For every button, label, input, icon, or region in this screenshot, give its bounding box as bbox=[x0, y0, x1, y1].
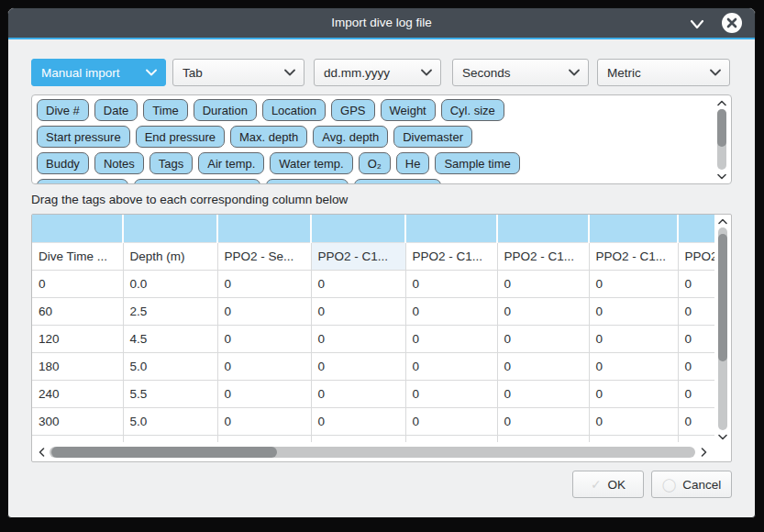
column-header: PPO2 - C1... bbox=[497, 242, 589, 270]
cell: 0 bbox=[311, 297, 405, 325]
tag-he[interactable]: He bbox=[396, 152, 430, 174]
column-header: PPO2 - C1... bbox=[589, 242, 678, 270]
drop-target-cell[interactable] bbox=[123, 215, 217, 242]
tags-vertical-scrollbar[interactable] bbox=[715, 98, 728, 181]
cell: 0 bbox=[217, 325, 311, 352]
tag-sample-depth[interactable]: Sample depth bbox=[37, 179, 128, 184]
tag-o[interactable]: O₂ bbox=[359, 152, 391, 174]
tag-gps[interactable]: GPS bbox=[331, 99, 374, 121]
tag-location[interactable]: Location bbox=[262, 99, 326, 121]
cell: 0 bbox=[311, 270, 405, 297]
tag-tags[interactable]: Tags bbox=[149, 152, 193, 174]
date-format-select[interactable]: dd.mm.yyyy bbox=[314, 59, 441, 86]
tags-rows: Dive #DateTimeDurationLocationGPSWeightC… bbox=[37, 99, 709, 184]
column-header: PPO2 - C1... bbox=[311, 242, 405, 270]
dialog-content: Manual import Tab dd.mm.yyyy Seconds Met… bbox=[8, 39, 755, 498]
cell: 0 bbox=[589, 380, 678, 407]
column-header: PPO2 - C1... bbox=[405, 242, 497, 270]
scroll-right-icon[interactable] bbox=[698, 446, 709, 458]
tag-duration[interactable]: Duration bbox=[194, 99, 257, 121]
units-select[interactable]: Metric bbox=[597, 59, 730, 86]
drop-target-cell[interactable] bbox=[405, 215, 497, 242]
drop-target-cell[interactable] bbox=[311, 215, 405, 242]
scrollbar-thumb[interactable] bbox=[51, 447, 277, 458]
cell bbox=[217, 435, 311, 442]
check-icon: ✓ bbox=[591, 477, 602, 492]
table-row: 1204.5000000 bbox=[32, 325, 714, 352]
cell: 240 bbox=[32, 380, 123, 407]
cell bbox=[589, 435, 678, 442]
table-viewport: Dive Time ...Depth (m)PPO2 - Se...PPO2 -… bbox=[32, 215, 714, 443]
scroll-down-icon[interactable] bbox=[718, 432, 727, 441]
date-format-value: dd.mm.yyyy bbox=[324, 66, 390, 80]
dialog-buttons: ✓OK ◯Cancel bbox=[31, 471, 732, 498]
cell: 0 bbox=[678, 270, 714, 297]
chevron-down-icon[interactable] bbox=[689, 17, 705, 29]
cell: 4.5 bbox=[123, 325, 217, 352]
scroll-left-icon[interactable] bbox=[36, 446, 47, 458]
tag-divemaster[interactable]: Divemaster bbox=[393, 126, 472, 148]
field-separator-select[interactable]: Tab bbox=[172, 59, 304, 86]
table-row: 1805.0000000 bbox=[32, 352, 714, 380]
cancel-label: Cancel bbox=[682, 478, 721, 492]
cell: 0 bbox=[32, 270, 123, 297]
import-preview-table: Dive Time ...Depth (m)PPO2 - Se...PPO2 -… bbox=[31, 214, 732, 462]
drop-target-cell[interactable] bbox=[217, 215, 311, 242]
scroll-down-icon[interactable] bbox=[717, 172, 726, 181]
cell: 0 bbox=[405, 325, 497, 352]
tag-air-temp[interactable]: Air temp. bbox=[198, 152, 264, 174]
tag-sample-po[interactable]: Sample pO₂ bbox=[266, 179, 349, 184]
scrollbar-track[interactable] bbox=[50, 447, 695, 458]
cancel-button[interactable]: ◯Cancel bbox=[651, 471, 732, 498]
cell: 0 bbox=[497, 407, 589, 435]
tag-avg-depth[interactable]: Avg. depth bbox=[313, 126, 388, 148]
cell: 0 bbox=[405, 270, 497, 297]
tag-cyl-size[interactable]: Cyl. size bbox=[441, 99, 504, 121]
tag-date[interactable]: Date bbox=[94, 99, 138, 121]
chevron-down-icon bbox=[146, 69, 157, 76]
tag-start-pressure[interactable]: Start pressure bbox=[37, 126, 130, 148]
table-horizontal-scrollbar[interactable] bbox=[36, 446, 709, 458]
table-vertical-scrollbar[interactable] bbox=[716, 216, 729, 441]
close-button[interactable] bbox=[722, 13, 742, 33]
column-header: PPO2 - C1... bbox=[678, 242, 714, 270]
scrollbar-thumb[interactable] bbox=[718, 234, 727, 361]
cell: 0 bbox=[311, 380, 405, 407]
tag-notes[interactable]: Notes bbox=[94, 152, 144, 174]
cell: 0 bbox=[589, 325, 678, 352]
chevron-down-icon bbox=[710, 69, 721, 76]
scrollbar-track[interactable] bbox=[717, 109, 726, 170]
cell: 0 bbox=[497, 380, 589, 407]
cell bbox=[497, 435, 589, 442]
field-separator-value: Tab bbox=[183, 66, 203, 80]
drag-instruction: Drag the tags above to each correspondin… bbox=[31, 193, 732, 206]
scrollbar-thumb[interactable] bbox=[717, 109, 726, 147]
tag-dive[interactable]: Dive # bbox=[37, 99, 89, 121]
cell: 0 bbox=[678, 325, 714, 352]
duration-format-select[interactable]: Seconds bbox=[452, 59, 589, 86]
scroll-up-icon[interactable] bbox=[718, 216, 727, 226]
tag-row: BuddyNotesTagsAir temp.Water temp.O₂HeSa… bbox=[37, 152, 709, 174]
drop-target-row bbox=[32, 215, 714, 242]
cell: 0 bbox=[217, 297, 311, 325]
drop-target-cell[interactable] bbox=[678, 215, 714, 242]
titlebar[interactable]: Import dive log file bbox=[8, 8, 755, 38]
drop-target-cell[interactable] bbox=[497, 215, 589, 242]
tag-sample-cns[interactable]: Sample CNS bbox=[354, 179, 441, 184]
scroll-up-icon[interactable] bbox=[717, 98, 726, 107]
tag-end-pressure[interactable]: End pressure bbox=[136, 126, 225, 148]
tag-buddy[interactable]: Buddy bbox=[37, 152, 89, 174]
tag-water-temp[interactable]: Water temp. bbox=[270, 152, 352, 174]
cell: 0 bbox=[311, 407, 405, 435]
cell: 0 bbox=[589, 407, 678, 435]
tag-sample-time[interactable]: Sample time bbox=[435, 152, 519, 174]
drop-target-cell[interactable] bbox=[589, 215, 678, 242]
scrollbar-track[interactable] bbox=[718, 227, 727, 430]
import-mode-select[interactable]: Manual import bbox=[31, 59, 166, 86]
tag-sample-temperature[interactable]: Sample temperature bbox=[134, 179, 260, 184]
tag-weight[interactable]: Weight bbox=[381, 99, 436, 121]
tag-max-depth[interactable]: Max. depth bbox=[230, 126, 307, 148]
tag-time[interactable]: Time bbox=[143, 99, 187, 121]
drop-target-cell[interactable] bbox=[32, 215, 123, 242]
ok-button[interactable]: ✓OK bbox=[572, 471, 644, 498]
